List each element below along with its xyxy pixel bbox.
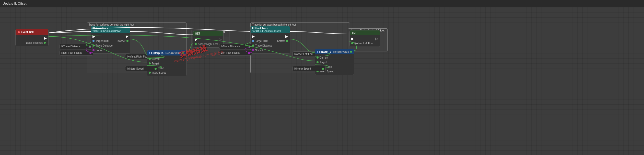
window-title: Update Ik Offset — [3, 2, 27, 5]
var-ikinterp-speed-right[interactable]: IkInterp Speed — [125, 66, 158, 71]
var-left-foot-socket[interactable]: Left Foot Socket — [219, 50, 252, 56]
canvas[interactable]: Trace for surfaces beneath the right foo… — [0, 7, 644, 155]
set-right-node[interactable]: SET ▶ ▷ Koffset Right Foot — [193, 31, 224, 48]
ik-foot-trace-left-node[interactable]: IK Foot Trace Target is IKAnimatedPawn ▶… — [250, 26, 290, 54]
ik-foot-trace-right-node[interactable]: IK Foot Trace Target is IKAnimatedPawn ▶… — [91, 26, 130, 54]
var-iktrace-dist-left[interactable]: IkTrace Distance — [219, 44, 252, 49]
title-bar: Update Ik Offset — [0, 0, 644, 7]
finterp-right-node[interactable]: f Flnterp To Return Value Current Target… — [147, 50, 186, 76]
var-ikinterp-speed-left[interactable]: IkInterp Speed — [292, 66, 326, 71]
var-iktrace-dist-right[interactable]: IkTrace Distance — [60, 44, 93, 49]
event-tick-node[interactable]: ◆ Event Tick ▶ Delta Seconds — [15, 29, 49, 46]
var-right-foot-socket[interactable]: Right Foot Socket — [60, 50, 93, 56]
set-left-node[interactable]: SET ▶ ▷ Ikoffset Left Foot — [349, 30, 380, 47]
